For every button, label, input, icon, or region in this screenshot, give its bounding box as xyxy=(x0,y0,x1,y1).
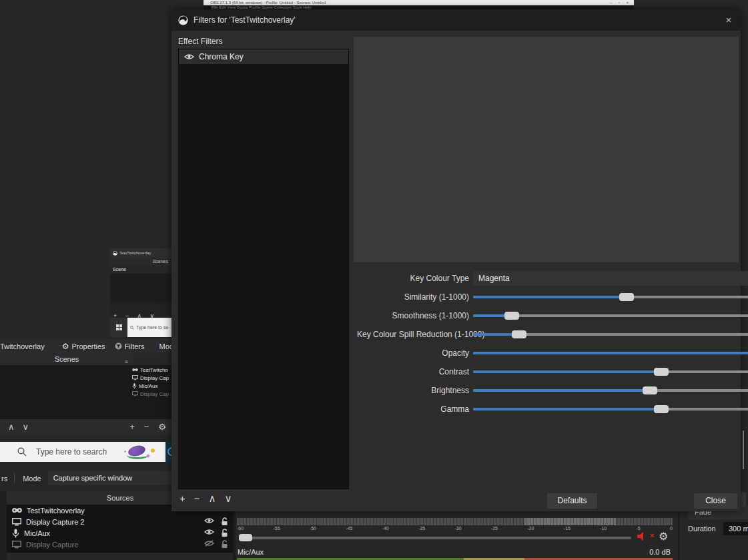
search-icon xyxy=(17,447,27,457)
eye-icon[interactable] xyxy=(184,53,194,60)
defaults-button[interactable]: Defaults xyxy=(547,493,597,509)
close-button[interactable]: Close xyxy=(694,493,737,509)
volume-slider[interactable] xyxy=(239,537,631,539)
list-item: Display Cap xyxy=(132,374,172,382)
slider-handle[interactable] xyxy=(654,368,669,376)
filter-list: Chroma Key xyxy=(178,49,349,489)
mini-preview-void xyxy=(110,274,171,304)
move-down-button[interactable]: ∨ xyxy=(23,422,29,432)
gamma-row: Gamma 0.00 xyxy=(357,400,748,418)
properties-button[interactable]: ⚙ Properties xyxy=(62,342,105,351)
slider-handle[interactable] xyxy=(654,405,669,413)
slider-handle[interactable] xyxy=(643,386,657,394)
smoothness-slider[interactable] xyxy=(473,312,748,320)
list-item: TestTwitcho xyxy=(132,366,172,374)
speaker-muted-icon[interactable] xyxy=(637,531,648,541)
filter-list-toolbar: + − ∧ ∨ xyxy=(179,493,232,505)
mode-label: Mode xyxy=(159,342,172,350)
spill-reduction-row: Key Colour Spill Reduction (1-1000) 100 xyxy=(357,325,748,344)
slider-handle[interactable] xyxy=(619,293,634,301)
mixer-tick-scale: -60-55-50-45-40-35-30-25-20-15-10-50 xyxy=(237,526,673,531)
goggles-icon xyxy=(132,368,138,372)
source-toolbar: Twitchoverlay ⚙ Properties Filters Mode … xyxy=(0,339,171,353)
capture-mode-select[interactable]: Capture specific window xyxy=(48,471,171,485)
truncated-label: rs xyxy=(1,475,7,483)
monitor-icon xyxy=(12,541,21,549)
move-filter-up-button[interactable]: ∧ xyxy=(209,493,216,505)
mini-taskbar: Type here to se xyxy=(110,318,171,337)
audio-meter xyxy=(237,518,673,525)
add-button[interactable]: + xyxy=(129,422,135,432)
filter-item-chroma-key[interactable]: Chroma Key xyxy=(179,49,348,64)
dialog-titlebar[interactable]: Filters for 'TestTwitchoverlay' × xyxy=(171,9,741,31)
captured-window-title: OBS 27.1.3 (64-bit, windows) - Profile: … xyxy=(210,1,326,5)
capture-mode-row: rs Mode Capture specific window xyxy=(0,469,171,487)
similarity-row: Similarity (1-1000) 400 xyxy=(357,288,748,306)
search-decoration-dot xyxy=(151,449,155,453)
obs-logo-icon xyxy=(113,251,117,256)
opacity-slider[interactable] xyxy=(473,349,748,357)
list-item: Display Cap xyxy=(132,390,172,398)
effect-filters-label: Effect Filters xyxy=(178,37,222,46)
source-row[interactable]: Display Capture xyxy=(7,539,234,550)
mini-start-button xyxy=(110,318,127,337)
source-row[interactable]: Display Capture 2 xyxy=(7,516,234,527)
remove-button[interactable]: − xyxy=(144,422,149,432)
filters-button[interactable]: Filters xyxy=(115,342,145,350)
search-placeholder: Type here to search xyxy=(36,447,107,457)
divider xyxy=(14,473,15,484)
captured-window-controls: – ▫ × xyxy=(610,0,631,5)
key-colour-type-row: Key Colour Type Magenta xyxy=(357,269,748,288)
mode-label: Mode xyxy=(23,475,41,483)
scene-transitions-panel: Fade Duration 300 ms xyxy=(678,511,748,560)
move-up-button[interactable]: ∧ xyxy=(8,422,15,432)
panel-edge xyxy=(0,491,7,560)
eye-slash-icon[interactable] xyxy=(204,540,214,547)
key-colour-type-select[interactable]: Magenta xyxy=(473,271,748,286)
list-item: Mic/Aux xyxy=(132,382,172,390)
mini-preview-titlebar: TestTwitchoverlay xyxy=(110,248,171,258)
scenes-bottom-toolbar: ∧ ∨ + − ⚙ xyxy=(0,419,171,434)
monitor-icon xyxy=(132,375,138,380)
mute-x-icon: × xyxy=(650,531,654,539)
filter-settings: Key Colour Type Magenta Similarity (1-10… xyxy=(357,269,748,418)
remove-filter-button[interactable]: − xyxy=(194,493,200,505)
lock-open-icon[interactable] xyxy=(221,517,228,526)
similarity-slider[interactable] xyxy=(473,293,748,301)
contrast-slider[interactable] xyxy=(473,368,748,376)
monitor-icon xyxy=(12,518,21,526)
spill-reduction-slider[interactable] xyxy=(473,330,748,338)
gear-icon[interactable]: ⚙ xyxy=(158,422,166,432)
mixer-source-label: Mic/Aux xyxy=(238,548,264,556)
taskbar-app-tile[interactable] xyxy=(165,442,171,462)
move-filter-down-button[interactable]: ∨ xyxy=(225,493,232,505)
gamma-slider[interactable] xyxy=(473,405,748,413)
volume-slider-handle[interactable] xyxy=(239,534,252,541)
mini-scenes-label: Scenes xyxy=(110,258,171,266)
lock-open-icon[interactable] xyxy=(221,529,228,537)
mini-scene-item: Scene xyxy=(110,266,171,274)
mini-sources-list: TestTwitcho Display Cap Mic/Aux Display … xyxy=(132,366,172,398)
eye-icon[interactable] xyxy=(204,517,214,524)
monitor-icon xyxy=(132,391,138,396)
contrast-row: Contrast 0.00 xyxy=(357,362,748,381)
duration-label: Duration xyxy=(688,525,716,533)
source-toolbar-label: Twitchoverlay xyxy=(0,342,45,350)
gear-icon: ⚙ xyxy=(62,342,69,351)
scrollbar[interactable] xyxy=(743,431,744,469)
sources-list: TestTwitchoverlay Display Capture 2 Mic/… xyxy=(7,505,234,553)
obs-logo-icon xyxy=(178,15,188,25)
duration-value[interactable]: 300 ms xyxy=(723,522,748,535)
goggles-icon xyxy=(12,507,22,513)
mixer-gear-icon[interactable]: ⚙ xyxy=(659,530,668,543)
eye-icon[interactable] xyxy=(204,529,214,535)
lock-open-icon[interactable] xyxy=(221,540,228,549)
slider-handle[interactable] xyxy=(504,312,519,320)
add-filter-button[interactable]: + xyxy=(179,493,185,505)
slider-handle[interactable] xyxy=(512,330,526,338)
close-icon[interactable]: × xyxy=(722,13,735,27)
mini-preview-title: TestTwitchoverlay xyxy=(119,251,151,255)
source-row[interactable]: Mic/Aux xyxy=(7,527,234,539)
brightness-slider[interactable] xyxy=(473,386,748,394)
mixer-db-value: 0.0 dB xyxy=(649,548,671,556)
